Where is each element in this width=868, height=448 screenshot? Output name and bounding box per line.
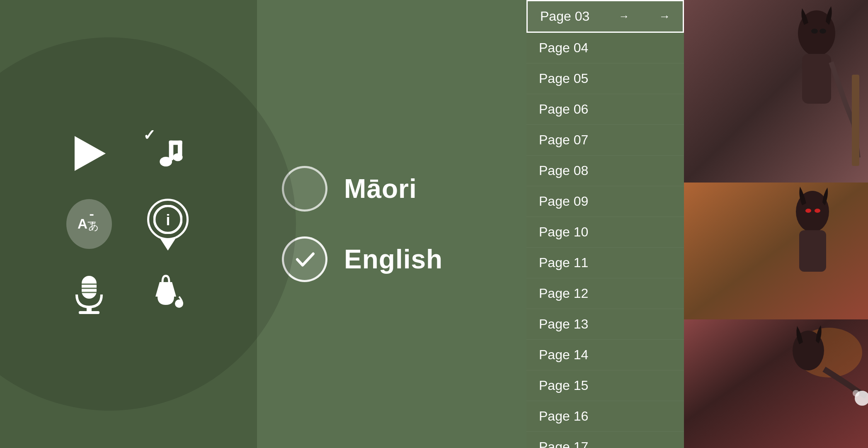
maori-radio-circle (282, 166, 327, 212)
svg-marker-0 (75, 136, 106, 171)
comic-image-mid (684, 183, 868, 319)
svg-text:i: i (166, 211, 170, 229)
page-list-item[interactable]: Page 17 (526, 432, 684, 448)
page-list-item[interactable]: Page 12 (526, 278, 684, 309)
left-controls-panel: ✓ A あ (0, 0, 257, 448)
page-list-item[interactable]: Page 09 (526, 186, 684, 217)
play-button[interactable] (66, 131, 112, 176)
page-list-item[interactable]: Page 03 → (526, 0, 684, 33)
svg-point-29 (815, 209, 820, 213)
microphone-button[interactable] (66, 272, 112, 317)
controls-grid: ✓ A あ (66, 131, 191, 317)
music-check-icon: ✓ (143, 127, 155, 144)
info-circle-icon: i (147, 199, 189, 240)
page-list-item[interactable]: Page 13 (526, 309, 684, 340)
page-list-item[interactable]: Page 15 (526, 370, 684, 401)
music-button[interactable]: ✓ (145, 131, 191, 176)
english-language-option[interactable]: English (282, 236, 443, 282)
english-radio-circle (282, 236, 327, 282)
maori-label: Māori (344, 173, 417, 204)
svg-point-34 (853, 390, 859, 397)
language-panel: Māori English (257, 0, 526, 448)
page-list-item[interactable]: Page 08 (526, 156, 684, 186)
page-list-item[interactable]: Page 07 (526, 125, 684, 156)
svg-rect-22 (852, 75, 859, 166)
svg-rect-25 (684, 183, 868, 319)
svg-rect-12 (82, 276, 97, 299)
page-list-item[interactable]: Page 04 (526, 33, 684, 63)
page-list-item[interactable]: Page 14 (526, 340, 684, 370)
comic-preview-panel (684, 0, 868, 448)
page-list-panel: Page 03 →Page 04Page 05Page 06Page 07Pag… (526, 0, 684, 448)
svg-text:A: A (78, 216, 87, 231)
svg-point-5 (173, 153, 182, 161)
comic-image-top (684, 0, 868, 183)
selected-arrow-icon: → (619, 10, 630, 23)
info-button[interactable]: i (145, 201, 191, 247)
svg-rect-21 (802, 54, 831, 104)
page-list-item[interactable]: Page 10 (526, 217, 684, 248)
svg-rect-27 (799, 230, 826, 272)
translate-button[interactable]: A あ (66, 201, 112, 247)
maori-language-option[interactable]: Māori (282, 166, 417, 212)
comic-image-bot (684, 319, 868, 448)
english-label: English (344, 244, 443, 275)
svg-rect-14 (79, 311, 99, 314)
translate-circle: A あ (66, 199, 112, 249)
svg-point-23 (811, 29, 818, 34)
page-list-item[interactable]: Page 16 (526, 401, 684, 432)
svg-point-28 (805, 209, 811, 213)
page-list-item[interactable]: Page 06 (526, 94, 684, 125)
svg-point-24 (820, 29, 826, 34)
page-list-item[interactable]: Page 11 (526, 248, 684, 278)
paint-button[interactable] (145, 272, 191, 317)
page-list-item[interactable]: Page 05 (526, 63, 684, 94)
svg-point-3 (160, 156, 172, 166)
